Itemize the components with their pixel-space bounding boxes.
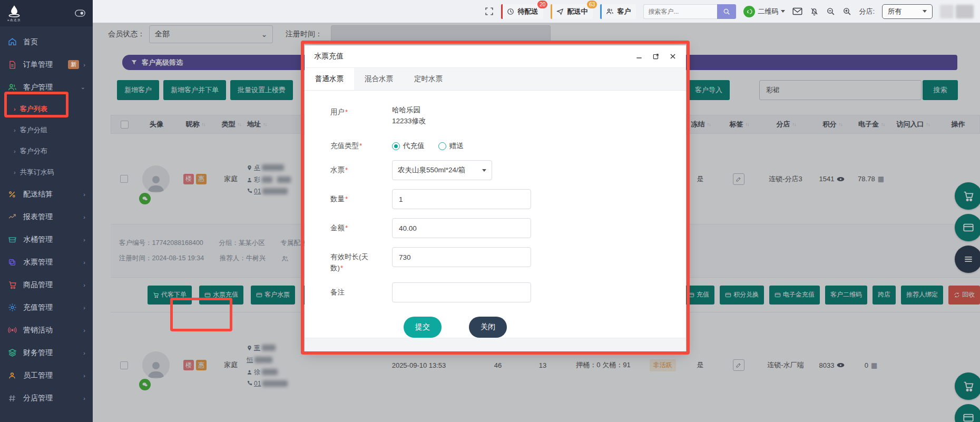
order-for-customer-fab[interactable] [955,182,980,210]
user-avatar[interactable] [940,5,974,18]
sort-icon[interactable]: ↑↓ [926,122,930,127]
col-points[interactable]: 积分↑↓ [812,120,852,129]
close-button[interactable]: 关闭 [469,317,507,338]
register-time-input[interactable] [331,25,551,43]
emoney-recharge-button[interactable]: 电子金充值 [769,286,820,305]
points-exchange-button[interactable]: 积分兑换 [720,286,764,305]
sidebar-item-customer-distribution[interactable]: › 客户分布 [0,141,93,162]
sidebar-item-branches[interactable]: 分店管理 › [0,387,93,409]
branch-select[interactable]: 所有 [882,4,933,19]
col-entry[interactable]: 访问入口↑↓ [890,120,936,129]
people-icon[interactable] [281,256,289,262]
batch-stairs-fee-button[interactable]: 批量设置上楼费 [230,80,293,100]
sidebar-item-orders[interactable]: 订单管理 新 › [0,53,93,76]
pending-delivery-button[interactable]: 待配送 20 [501,4,543,19]
sidebar-item-employees[interactable]: 员工管理 › [0,364,93,387]
customer-search-input[interactable] [643,4,717,19]
sidebar-item-buckets[interactable]: 水桶管理 › [0,228,93,251]
sidebar-item-customer-list[interactable]: › 客户列表 [0,99,93,120]
sidebar-item-home[interactable]: 首页 [0,31,93,53]
fullscreen-icon[interactable] [485,7,494,16]
sidebar-item-customer-groups[interactable]: › 客户分组 [0,120,93,141]
zoom-in-icon[interactable] [842,7,851,16]
mail-icon[interactable] [792,7,802,15]
sidebar-item-reports[interactable]: 报表管理 › [0,205,93,228]
sort-icon[interactable]: ↑↓ [707,122,711,127]
radio-recharge-for[interactable]: 代充值 [392,141,425,151]
col-frozen[interactable]: 冻结↑↓ [683,120,719,129]
eye-icon[interactable] [837,176,845,182]
sort-icon[interactable]: ↑↓ [792,122,796,127]
order-for-customer-button[interactable]: 代客下单 [148,286,192,305]
tab-normal-ticket[interactable]: 普通水票 [305,68,354,90]
wallet-grid-icon[interactable]: ▦ [878,175,884,183]
col-nick[interactable]: 昵称↑↓ [175,120,215,129]
add-customer-order-button[interactable]: 新增客户并下单 [163,80,226,100]
sidebar-item-products[interactable]: 商品管理 › [0,273,93,296]
close-icon[interactable] [669,53,677,60]
sidebar-item-delivery-settlement[interactable]: 配送结算 › [0,183,93,205]
radio-gift[interactable]: 赠送 [438,141,464,151]
valid-days-input[interactable] [392,247,531,267]
edit-tag-button[interactable] [733,173,744,185]
col-emoney[interactable]: 电子金↑↓ [852,120,890,129]
sort-icon[interactable]: ↑↓ [746,122,749,127]
add-customer-button[interactable]: 新增客户 [117,80,159,100]
sort-icon[interactable]: ↑↓ [839,122,842,127]
ticket-recharge-fab[interactable] [955,214,980,241]
col-tag[interactable]: 标签↑↓ [719,120,760,129]
col-branch[interactable]: 分店↑↓ [760,120,812,129]
quantity-input[interactable] [392,189,531,209]
bucket-count-cell: 13 [522,361,564,369]
bind-referrer-button[interactable]: 推荐人绑定 [901,286,943,305]
order-for-customer-fab[interactable] [955,372,980,400]
cross-store-button[interactable]: 跨店 [873,286,896,305]
minimize-icon[interactable] [635,53,643,60]
zoom-out-icon[interactable] [826,7,835,16]
sort-icon[interactable]: ↑↓ [202,122,205,127]
amount-input[interactable] [392,218,531,238]
remark-input[interactable] [392,282,531,302]
row-checkbox[interactable] [120,361,128,369]
customer-tickets-button[interactable]: 客户水票 [251,286,295,305]
eye-icon[interactable] [837,362,845,368]
recycle-button[interactable]: 回收 [948,286,980,305]
chevron-right-icon: › [83,191,85,198]
row-checkbox[interactable] [120,175,128,183]
water-ticket-recharge-button[interactable]: 水票充值 [199,286,243,305]
sidebar-item-recharge[interactable]: 充值管理 › [0,296,93,319]
member-status-select[interactable]: 全部 ⌄ [149,25,273,43]
qr-code-menu[interactable]: 二维码 [743,6,785,17]
submit-button[interactable]: 提交 [404,317,442,338]
sidebar-item-marketing[interactable]: 营销活动 › [0,319,93,341]
select-all-checkbox[interactable] [121,121,129,129]
tab-timed-ticket[interactable]: 定时水票 [404,68,453,90]
sidebar-item-shared-water-code[interactable]: › 共享订水码 [0,162,93,183]
wallet-grid-icon[interactable]: ▦ [871,361,877,369]
customer-import-button[interactable]: 客户导入 [688,80,730,100]
customer-qr-button[interactable]: 客户二维码 [825,286,867,305]
more-actions-fab[interactable] [955,246,980,273]
table-search-button[interactable]: 搜索 [923,80,958,100]
keyword-input[interactable] [759,80,922,100]
ticket-recharge-fab[interactable] [955,404,980,422]
sidebar-toggle-icon[interactable] [75,9,85,17]
ticket-select[interactable]: 农夫山泉550ml*24/箱 [392,160,492,180]
sort-icon[interactable]: ↑↓ [881,122,885,127]
notifications-off-icon[interactable] [810,7,819,16]
chevron-right-icon: › [83,305,85,311]
search-button[interactable] [717,4,736,19]
sort-icon[interactable]: ↑↓ [238,122,241,127]
points-cell: 1541 [819,175,845,183]
sidebar-item-customers[interactable]: 客户管理 ⌄ [0,76,93,99]
recharge-button[interactable]: 充值 [683,286,714,305]
customers-button[interactable]: 客户 [600,4,636,19]
sidebar-item-finance[interactable]: 财务管理 › [0,341,93,364]
edit-tag-button[interactable] [733,359,744,371]
delivering-button[interactable]: 配送中 63 [551,4,593,19]
sort-icon[interactable]: ↑↓ [263,122,267,127]
col-type[interactable]: 类型↑↓ [215,120,247,129]
maximize-icon[interactable] [652,53,660,60]
sidebar-item-water-tickets[interactable]: 水票管理 › [0,251,93,273]
tab-mixed-ticket[interactable]: 混合水票 [354,68,404,90]
